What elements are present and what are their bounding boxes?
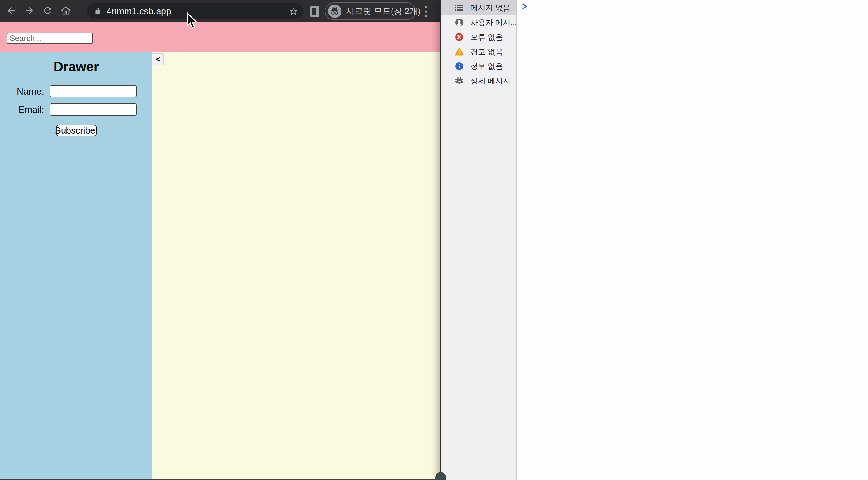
side-panel-button[interactable] — [310, 6, 319, 17]
sidebar-item-errors[interactable]: 오류 없음 — [441, 30, 516, 44]
drawer-collapse-button[interactable]: < — [152, 54, 163, 65]
search-input[interactable] — [7, 33, 93, 44]
sidebar-item-all-messages[interactable]: 메시지 없음 — [441, 0, 516, 15]
home-button[interactable] — [59, 4, 73, 18]
lock-icon — [94, 7, 102, 15]
error-icon — [455, 32, 464, 41]
reload-icon — [42, 5, 53, 17]
devtools-window: 메시지 없음 사용자 메시... 오류 없음 — [440, 0, 868, 480]
sidebar-item-label: 정보 없음 — [470, 61, 503, 71]
window-bottom-edge — [0, 479, 440, 480]
user-icon — [455, 18, 464, 27]
console-sidebar: 메시지 없음 사용자 메시... 오류 없음 — [441, 0, 517, 480]
sidebar-item-info[interactable]: 정보 없음 — [441, 59, 516, 73]
mouse-cursor — [186, 12, 198, 30]
main-content — [152, 53, 440, 479]
sidebar-item-label: 사용자 메시... — [470, 18, 517, 28]
back-icon — [6, 5, 17, 17]
home-icon — [61, 5, 71, 17]
forward-button[interactable] — [23, 4, 36, 18]
back-button[interactable] — [4, 4, 18, 18]
name-row: Name: — [0, 85, 152, 97]
drawer-panel: Drawer Name: Email: Subscribe! — [0, 53, 152, 479]
sidebar-item-label: 상세 메시지 ... — [470, 76, 519, 86]
console-prompt-icon — [521, 3, 528, 10]
incognito-label: 시크릿 모드(창 2개) — [346, 5, 421, 17]
email-row: Email: — [0, 103, 152, 116]
info-icon — [455, 62, 464, 71]
incognito-icon — [328, 4, 342, 18]
warning-icon — [455, 47, 464, 56]
sidebar-item-label: 메시지 없음 — [470, 3, 510, 13]
browser-toolbar: 4rimm1.csb.app 시크릿 모드(창 2개) — [0, 0, 440, 23]
sidebar-item-label: 오류 없음 — [470, 32, 503, 42]
sidebar-item-user-messages[interactable]: 사용자 메시... — [441, 15, 516, 30]
sidebar-item-warnings[interactable]: 경고 없음 — [441, 44, 516, 59]
incognito-badge[interactable]: 시크릿 모드(창 2개) — [325, 2, 416, 20]
forward-icon — [24, 5, 35, 17]
bookmark-star-icon[interactable] — [289, 7, 298, 15]
menu-button[interactable] — [423, 5, 429, 18]
console-pane[interactable] — [517, 0, 868, 480]
kebab-icon — [425, 6, 427, 8]
browser-window: 4rimm1.csb.app 시크릿 모드(창 2개) — [0, 0, 440, 480]
subscribe-button[interactable]: Subscribe! — [56, 125, 96, 136]
name-field[interactable] — [50, 85, 136, 97]
window-corner-artifact — [435, 472, 446, 480]
sidebar-item-label: 경고 없음 — [470, 47, 503, 57]
console-prompt[interactable] — [521, 3, 539, 10]
page-header — [0, 23, 440, 53]
email-field[interactable] — [50, 103, 136, 116]
reload-button[interactable] — [41, 4, 55, 18]
drawer-title: Drawer — [0, 59, 152, 74]
list-icon — [455, 3, 464, 12]
email-label: Email: — [18, 104, 44, 115]
name-label: Name: — [17, 86, 44, 97]
side-panel-icon — [310, 6, 319, 17]
sidebar-item-verbose[interactable]: 상세 메시지 ... — [441, 73, 516, 88]
bug-icon — [455, 76, 464, 85]
url-text: 4rimm1.csb.app — [106, 6, 171, 17]
